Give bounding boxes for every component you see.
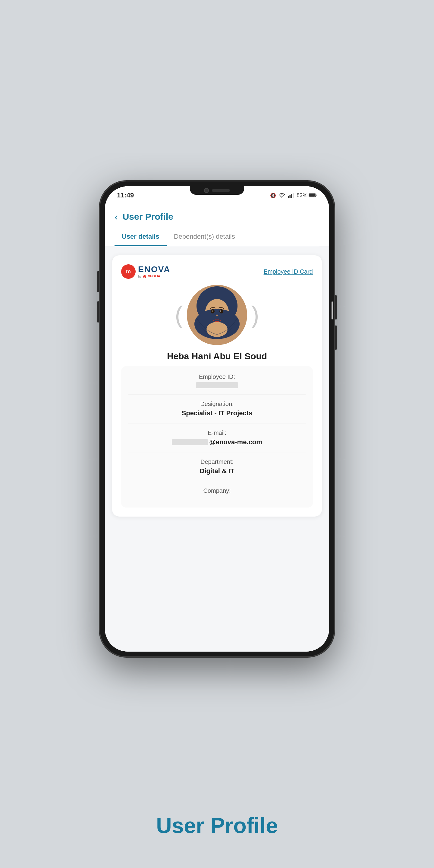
svg-rect-6 [315, 194, 316, 196]
logo-main-text: ENOVA [138, 265, 170, 274]
status-time: 11:49 [117, 191, 134, 199]
notch [190, 186, 244, 195]
app-header: ‹ User Profile User details Dependent(s)… [105, 204, 329, 246]
speaker-icon [212, 189, 230, 192]
scroll-area[interactable]: m ENOVA by V [105, 246, 329, 652]
svg-point-19 [212, 310, 213, 312]
department-value: Digital & IT [128, 467, 306, 475]
designation-label: Designation: [128, 401, 306, 407]
logo-container: m ENOVA by V [121, 264, 170, 279]
divider-2 [128, 423, 306, 424]
bottom-page-title: User Profile [156, 813, 278, 838]
app-content: ‹ User Profile User details Dependent(s)… [105, 204, 329, 652]
logo-veolia: V VEOLIA [143, 274, 160, 278]
svg-rect-2 [289, 195, 290, 198]
wifi-icon [278, 193, 285, 198]
avatar-wrapper: ( [187, 285, 247, 345]
camera-icon [204, 188, 209, 193]
status-bar: 11:49 🔇 [105, 186, 329, 204]
svg-text:V: V [144, 276, 145, 278]
battery-indicator: 83% [297, 192, 317, 198]
logo-text: ENOVA by V VEOLIA [138, 265, 170, 278]
svg-text:m: m [126, 269, 131, 275]
email-row: E-mail: @enova-me.com [128, 430, 306, 446]
phone-frame: 11:49 🔇 [99, 181, 335, 657]
employee-id-row: Employee ID: [128, 373, 306, 388]
svg-point-20 [220, 310, 221, 312]
header-nav: ‹ User Profile [115, 212, 319, 222]
email-label: E-mail: [128, 430, 306, 436]
svg-rect-3 [291, 194, 292, 198]
card-header: m ENOVA by V [121, 264, 313, 279]
tab-user-details[interactable]: User details [115, 228, 167, 246]
vol-down-button [97, 301, 99, 322]
tab-dependent-details[interactable]: Dependent(s) details [167, 228, 242, 246]
svg-point-17 [211, 309, 215, 313]
mute-icon: 🔇 [270, 193, 276, 198]
email-suffix: @enova-me.com [209, 438, 262, 446]
logo-icon: m [121, 264, 135, 279]
divider-1 [128, 394, 306, 395]
logo-by: by [138, 275, 142, 278]
svg-rect-1 [288, 196, 289, 198]
svg-point-0 [281, 197, 282, 198]
vol-up-button [97, 271, 99, 292]
svg-rect-4 [293, 193, 294, 198]
signal-icon [287, 193, 294, 198]
employee-id-card-link[interactable]: Employee ID Card [264, 268, 313, 275]
back-button[interactable]: ‹ [115, 212, 118, 221]
bracket-left: ( [175, 303, 183, 327]
company-row: Company: [128, 487, 306, 494]
bracket-right: ) [251, 303, 259, 327]
department-label: Department: [128, 458, 306, 465]
company-label: Company: [128, 487, 306, 494]
logo-sub-text: by V VEOLIA [138, 274, 170, 278]
designation-row: Designation: Specialist - IT Projects [128, 401, 306, 417]
svg-point-18 [219, 309, 223, 313]
tabs-container: User details Dependent(s) details [115, 228, 319, 246]
phone-screen: 11:49 🔇 [105, 186, 329, 652]
avatar [187, 285, 247, 345]
avatar-section: ( [121, 285, 313, 345]
status-icons: 🔇 [270, 192, 317, 198]
employee-name: Heba Hani Abu El Soud [121, 351, 313, 361]
page-title: User Profile [123, 212, 173, 222]
divider-3 [128, 452, 306, 453]
department-row: Department: Digital & IT [128, 458, 306, 475]
employee-id-value [128, 382, 306, 388]
svg-rect-7 [309, 194, 315, 196]
id-card: m ENOVA by V [112, 255, 322, 517]
designation-value: Specialist - IT Projects [128, 409, 306, 417]
employee-id-label: Employee ID: [128, 373, 306, 380]
redacted-id [196, 382, 238, 388]
email-value: @enova-me.com [128, 438, 306, 446]
battery-percentage: 83% [297, 192, 307, 198]
email-redacted [172, 439, 208, 445]
details-section: Employee ID: Designation: Specialist - I… [121, 366, 313, 507]
